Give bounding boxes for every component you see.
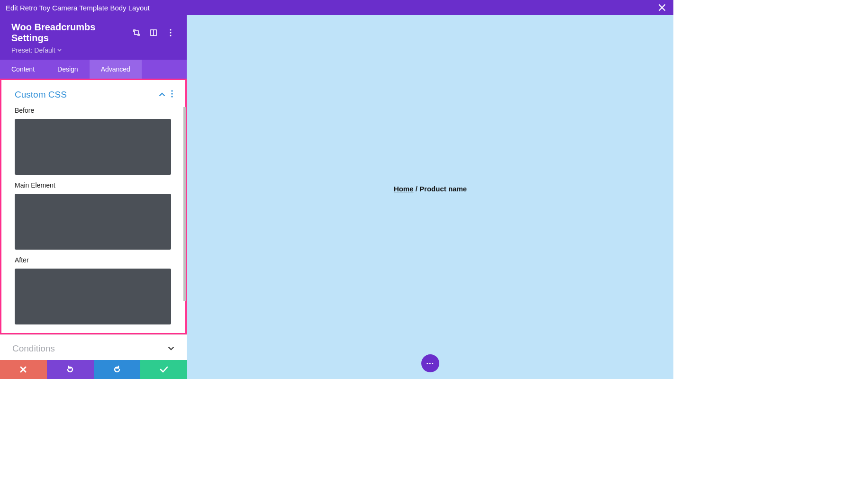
breadcrumb-separator: / bbox=[414, 185, 420, 193]
chevron-up-icon[interactable] bbox=[159, 90, 165, 99]
css-input-before[interactable] bbox=[15, 119, 171, 175]
label-after: After bbox=[15, 256, 173, 264]
preset-selector[interactable]: Preset: Default bbox=[11, 46, 177, 54]
tabs: Content Design Advanced bbox=[0, 60, 187, 79]
breadcrumb-product: Product name bbox=[419, 185, 467, 193]
tab-advanced[interactable]: Advanced bbox=[90, 60, 142, 79]
undo-button[interactable] bbox=[47, 360, 94, 379]
section-title-conditions: Conditions bbox=[12, 343, 168, 354]
svg-point-4 bbox=[170, 32, 171, 33]
scrollbar[interactable] bbox=[183, 107, 186, 301]
svg-point-3 bbox=[170, 29, 171, 30]
tab-content[interactable]: Content bbox=[0, 60, 46, 79]
label-main-element: Main Element bbox=[15, 181, 173, 189]
svg-point-7 bbox=[171, 93, 172, 94]
breadcrumb-home-link[interactable]: Home bbox=[394, 185, 414, 193]
kebab-menu-icon[interactable] bbox=[164, 26, 177, 39]
highlighted-section-custom-css: Custom CSS Before Main Element After bbox=[0, 79, 187, 334]
label-before: Before bbox=[15, 107, 173, 114]
section-conditions[interactable]: Conditions bbox=[0, 334, 187, 362]
css-input-main-element[interactable] bbox=[15, 194, 171, 250]
bottom-action-bar bbox=[0, 360, 187, 379]
preset-prefix: Preset: bbox=[11, 46, 32, 54]
section-custom-css: Custom CSS Before Main Element After bbox=[1, 80, 185, 333]
svg-point-8 bbox=[171, 96, 172, 97]
settings-title: Woo Breadcrumbs Settings bbox=[11, 22, 126, 44]
cancel-button[interactable] bbox=[0, 360, 47, 379]
responsive-icon[interactable] bbox=[147, 26, 160, 39]
close-icon[interactable] bbox=[656, 2, 668, 13]
expand-icon[interactable] bbox=[130, 26, 143, 39]
settings-header: Woo Breadcrumbs Settings Preset: Default bbox=[0, 15, 187, 60]
svg-point-5 bbox=[170, 35, 171, 36]
preset-value: Default bbox=[34, 46, 55, 54]
redo-button[interactable] bbox=[94, 360, 141, 379]
section-title-custom-css[interactable]: Custom CSS bbox=[15, 90, 153, 100]
window-title: Edit Retro Toy Camera Template Body Layo… bbox=[6, 4, 150, 12]
fab-more-button[interactable]: ••• bbox=[421, 354, 439, 372]
section-kebab-icon[interactable] bbox=[171, 90, 173, 99]
preview-canvas: Home / Product name ••• bbox=[187, 15, 673, 379]
css-input-after[interactable] bbox=[15, 269, 171, 324]
svg-rect-0 bbox=[135, 31, 138, 35]
chevron-down-icon bbox=[57, 49, 62, 52]
breadcrumb: Home / Product name bbox=[394, 185, 467, 193]
chevron-down-icon[interactable] bbox=[168, 344, 174, 353]
tab-design[interactable]: Design bbox=[46, 60, 90, 79]
ellipsis-icon: ••• bbox=[426, 360, 434, 366]
svg-point-6 bbox=[171, 90, 172, 91]
save-button[interactable] bbox=[140, 360, 187, 379]
